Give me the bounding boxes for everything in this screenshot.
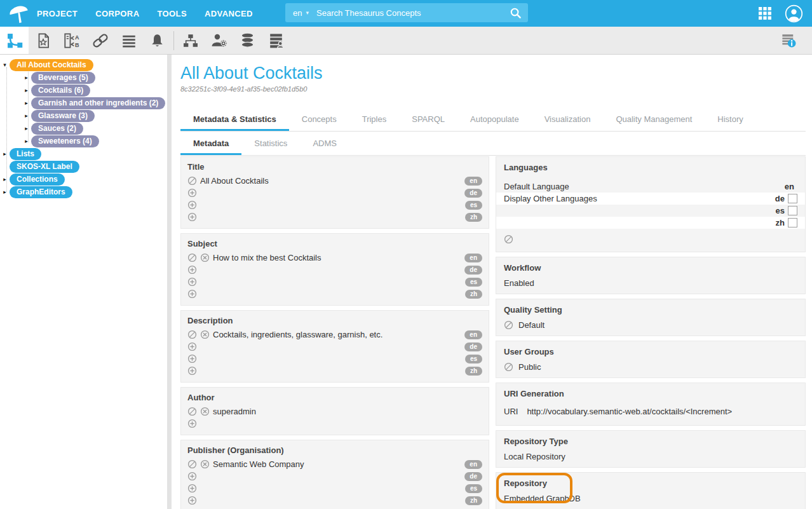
tree-node-collections[interactable]: Collections (10, 173, 65, 186)
metadata-row: Semantic Web Companyen (187, 458, 482, 470)
language-row-right: en (785, 182, 797, 191)
metadata-rows: How to mix the best Cocktailsendeeszh (187, 252, 482, 300)
metadata-rows: All About Cocktailsendeeszh (187, 175, 482, 223)
language-badge: en (464, 460, 482, 469)
remove-icon[interactable] (200, 253, 210, 262)
tab-metadata-statistics[interactable]: Metadata & Statistics (180, 107, 289, 131)
expander-icon[interactable]: ▸ (0, 176, 10, 182)
list-icon[interactable] (114, 27, 143, 54)
nav-item-project[interactable]: PROJECT (37, 9, 78, 18)
apps-grid-icon[interactable] (758, 6, 772, 20)
add-icon[interactable] (187, 265, 197, 275)
tree-node-lists[interactable]: Lists (10, 148, 41, 160)
metadata-row: de (187, 341, 482, 353)
expander-icon[interactable]: ▸ (0, 151, 10, 157)
language-row: Default Languageen (496, 180, 805, 193)
database-icon[interactable] (233, 27, 262, 54)
expander-icon[interactable]: ▸ (22, 74, 31, 81)
subtab-metadata[interactable]: Metadata (180, 132, 241, 155)
subtab-adms[interactable]: ADMS (300, 132, 349, 155)
add-icon[interactable] (187, 484, 197, 493)
metadata-row: es (187, 276, 482, 288)
add-icon[interactable] (187, 188, 197, 198)
tree-node-skos-xl-label[interactable]: SKOS-XL Label (10, 161, 79, 173)
subtab-statistics[interactable]: Statistics (241, 132, 300, 155)
tree-node-garnish-and-other-ingredients-2[interactable]: Garnish and other ingredients (2) (31, 97, 165, 109)
sitemap-icon[interactable] (176, 27, 205, 54)
remove-icon[interactable] (200, 330, 210, 339)
expander-icon[interactable]: ▸ (22, 87, 31, 93)
server-user-icon[interactable] (262, 27, 290, 54)
svg-text:B: B (74, 41, 79, 48)
section-title: Description (187, 316, 482, 325)
nav-item-advanced[interactable]: ADVANCED (205, 9, 253, 18)
language-checkbox[interactable] (788, 218, 797, 227)
tab-visualization[interactable]: Visualization (532, 107, 604, 131)
section-title: Repository (504, 478, 797, 488)
add-icon[interactable] (187, 289, 197, 299)
nav-item-corpora[interactable]: CORPORA (95, 9, 139, 18)
expander-icon[interactable]: ▸ (22, 125, 31, 132)
search-icon[interactable] (503, 7, 528, 19)
metadata-value: How to mix the best Cocktails (213, 253, 321, 262)
quality-setting-value: Default (518, 320, 545, 330)
section-title: Languages (504, 163, 797, 172)
user-gear-icon[interactable] (205, 27, 233, 54)
svg-text:A: A (74, 34, 79, 40)
document-translate-icon[interactable]: A B (57, 27, 86, 54)
tab-autopopulate[interactable]: Autopopulate (457, 107, 532, 131)
metadata-row: es (187, 199, 482, 211)
add-icon[interactable] (187, 472, 197, 481)
tree-node-grapheditors[interactable]: GraphEditors (10, 186, 72, 198)
expander-icon[interactable]: ▸ (22, 100, 31, 106)
metadata-row: superadmin (187, 405, 482, 417)
expander-icon[interactable]: ▾ (0, 62, 10, 68)
add-icon[interactable] (187, 342, 197, 351)
metadata-row: zh (187, 288, 482, 300)
link-icon[interactable] (86, 27, 114, 54)
section-title: User Groups (504, 347, 797, 356)
add-icon[interactable] (187, 200, 197, 210)
add-icon[interactable] (187, 419, 197, 428)
chevron-down-icon[interactable]: ▾ (306, 10, 316, 16)
expander-icon[interactable]: ▸ (0, 189, 10, 195)
tab-history[interactable]: History (705, 107, 755, 131)
search-input[interactable]: Search Thesaurus Concepts (316, 8, 503, 18)
search-language-select[interactable]: en (285, 8, 306, 18)
poolparty-logo-icon[interactable] (0, 3, 37, 24)
tab-concepts[interactable]: Concepts (289, 107, 349, 131)
tab-sparql[interactable]: SPARQL (399, 107, 457, 131)
expander-icon[interactable]: ▸ (22, 138, 31, 144)
add-icon[interactable] (187, 366, 197, 376)
language-badge: zh (465, 367, 482, 376)
language-badge: en (464, 330, 482, 339)
language-checkbox[interactable] (788, 194, 797, 203)
bell-icon[interactable] (143, 27, 172, 54)
tree-node-beverages-5[interactable]: Beverages (5) (31, 72, 95, 84)
tree-node-sauces-2[interactable]: Sauces (2) (31, 123, 83, 135)
tree-row: ▸Lists (0, 147, 173, 160)
add-icon[interactable] (187, 354, 197, 363)
add-icon[interactable] (187, 212, 197, 222)
tree-node-glassware-3[interactable]: Glassware (3) (31, 110, 95, 122)
remove-icon[interactable] (200, 459, 210, 469)
concept-scheme-icon[interactable] (0, 27, 29, 54)
language-badge: zh (465, 496, 482, 505)
document-star-icon[interactable] (29, 27, 57, 54)
expander-icon[interactable]: ▸ (22, 112, 31, 119)
language-row-right: es (776, 206, 797, 215)
page-title: All About Cocktails (180, 64, 806, 83)
language-checkbox[interactable] (788, 206, 797, 215)
tree-node-cocktails-6[interactable]: Cocktails (6) (31, 85, 90, 97)
add-icon[interactable] (187, 496, 197, 505)
info-panel-icon[interactable] (775, 27, 803, 54)
tab-triples[interactable]: Triples (349, 107, 400, 131)
remove-icon[interactable] (200, 407, 210, 416)
metadata-row: zh (187, 494, 482, 506)
nav-item-tools[interactable]: TOOLS (157, 9, 187, 18)
add-icon[interactable] (187, 277, 197, 287)
user-avatar-icon[interactable] (785, 4, 803, 23)
tree-node-all-about-cocktails[interactable]: All About Cocktails (10, 59, 93, 71)
tree-node-sweeteners-4[interactable]: Sweeteners (4) (31, 135, 99, 147)
tab-quality-management[interactable]: Quality Management (603, 107, 705, 131)
